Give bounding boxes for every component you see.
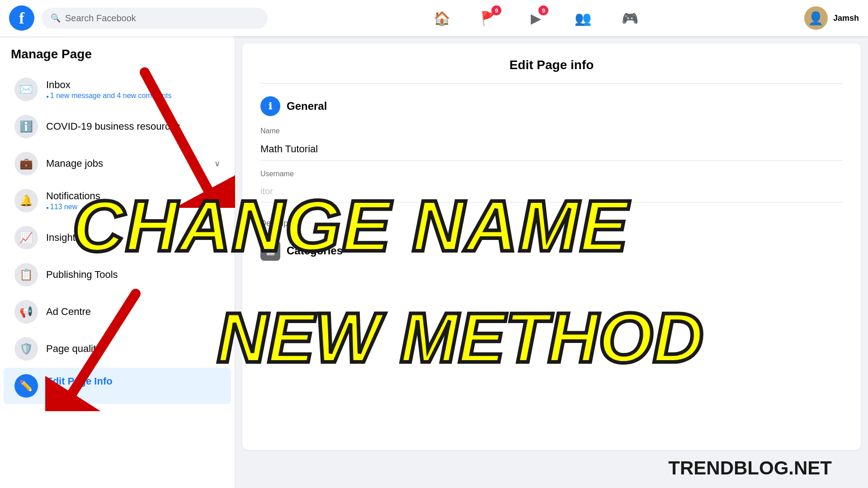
- sidebar-item-publishing[interactable]: 📋 Publishing Tools: [4, 257, 231, 293]
- quality-icon: 🛡️: [14, 337, 38, 361]
- gaming-button[interactable]: 🎮: [615, 4, 644, 33]
- categories-header: ▦ Categories: [260, 241, 843, 261]
- search-icon: 🔍: [51, 13, 61, 23]
- inbox-sub: 1 new message and 4 new comments: [46, 92, 220, 100]
- adcentre-label: Ad Centre: [46, 306, 220, 318]
- sidebar-item-inbox[interactable]: ✉️ Inbox 1 new message and 4 new comment…: [4, 71, 231, 108]
- description-label: Description: [260, 211, 843, 228]
- gaming-icon: 🎮: [622, 10, 638, 26]
- name-label: Name: [260, 127, 843, 135]
- search-placeholder: Search Facebook: [65, 13, 136, 23]
- general-section-header: ℹ General: [260, 96, 843, 116]
- notifications-sub: 113 new: [46, 203, 220, 211]
- insights-label: Insights: [46, 232, 220, 244]
- sidebar-item-quality[interactable]: 🛡️ Page quality: [4, 331, 231, 367]
- publishing-icon: 📋: [14, 263, 38, 286]
- username-label: Username: [260, 170, 843, 178]
- notifications-icon: 🔔: [14, 189, 38, 212]
- publishing-label: Publishing Tools: [46, 269, 220, 281]
- sidebar-title: Manage Page: [0, 47, 235, 70]
- editpage-sub: 4 new: [46, 388, 220, 396]
- editpage-icon: ✏️: [14, 374, 38, 398]
- friends-button[interactable]: 👥: [568, 4, 597, 33]
- jobs-label: Manage jobs: [46, 158, 206, 169]
- covid-label: COVID-19 business resources: [46, 121, 220, 132]
- search-bar[interactable]: 🔍 Search Facebook: [42, 8, 268, 29]
- username-placeholder: itor: [260, 181, 843, 202]
- inbox-label: Inbox: [46, 79, 220, 91]
- general-title: General: [287, 100, 327, 113]
- video-badge: 9: [538, 5, 548, 15]
- name-value: Math Tutorial: [260, 138, 843, 161]
- content-area: Edit Page info ℹ General Name Math Tutor…: [235, 36, 868, 488]
- sidebar-item-jobs[interactable]: 💼 Manage jobs ∨: [4, 145, 231, 182]
- notifications-label: Notifications: [46, 190, 220, 202]
- panel-title: Edit Page info: [260, 58, 843, 84]
- facebook-logo: f: [9, 5, 34, 31]
- flag-badge: 9: [491, 5, 501, 15]
- sidebar-item-notifications[interactable]: 🔔 Notifications 113 new: [4, 183, 231, 219]
- sidebar-item-editpage[interactable]: ✏️ Edit Page Info 4 new: [4, 368, 231, 404]
- name-field-group: Name Math Tutorial: [260, 127, 843, 161]
- categories-title: Categories: [287, 244, 343, 257]
- sidebar: Manage Page ✉️ Inbox 1 new message and 4…: [0, 36, 235, 488]
- nav-center: 🏠 🚩 9 ▶ 9 👥 🎮: [275, 4, 797, 33]
- user-name: Jamsh: [833, 14, 859, 23]
- nav-right: 👤 Jamsh: [804, 6, 859, 30]
- jobs-icon: 💼: [14, 152, 38, 175]
- general-icon: ℹ: [260, 96, 280, 116]
- avatar[interactable]: 👤: [804, 6, 828, 30]
- categories-icon: ▦: [260, 241, 280, 261]
- description-field-group: Description: [260, 211, 843, 228]
- adcentre-icon: 📢: [14, 300, 38, 324]
- top-nav: f 🔍 Search Facebook 🏠 🚩 9 ▶ 9 👥 🎮 👤 Jams…: [0, 0, 868, 36]
- jobs-chevron: ∨: [214, 159, 220, 169]
- covid-icon: ℹ️: [14, 115, 38, 138]
- sidebar-item-insights[interactable]: 📈 Insights: [4, 220, 231, 256]
- sidebar-item-adcentre[interactable]: 📢 Ad Centre: [4, 294, 231, 330]
- home-icon: 🏠: [434, 10, 450, 26]
- editpage-label: Edit Page Info: [46, 375, 220, 387]
- sidebar-item-covid[interactable]: ℹ️ COVID-19 business resources: [4, 108, 231, 145]
- main-layout: Manage Page ✉️ Inbox 1 new message and 4…: [0, 36, 868, 488]
- inbox-icon: ✉️: [14, 78, 38, 101]
- home-button[interactable]: 🏠: [427, 4, 456, 33]
- username-field-group: Username itor: [260, 170, 843, 202]
- quality-label: Page quality: [46, 343, 220, 355]
- friends-icon: 👥: [575, 10, 591, 26]
- edit-page-panel: Edit Page info ℹ General Name Math Tutor…: [242, 43, 861, 450]
- video-button[interactable]: ▶ 9: [521, 4, 550, 33]
- insights-icon: 📈: [14, 226, 38, 249]
- flag-button[interactable]: 🚩 9: [474, 4, 503, 33]
